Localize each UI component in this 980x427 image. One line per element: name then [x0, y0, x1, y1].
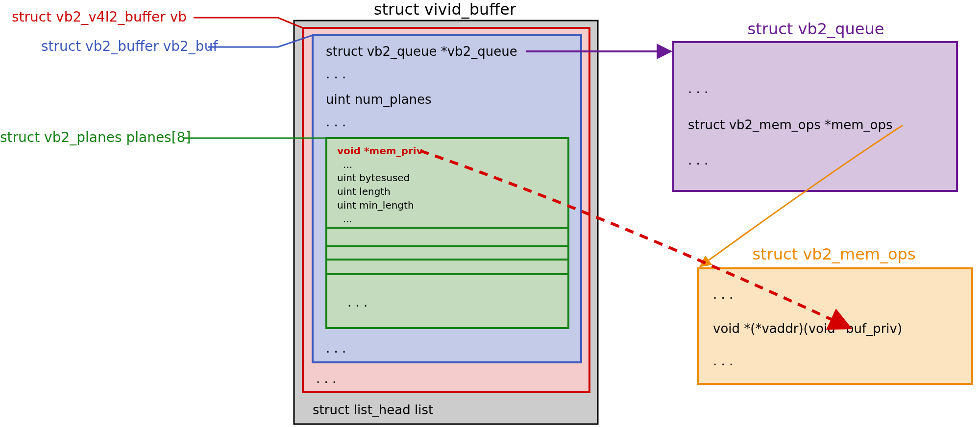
vb2buf-label: struct vb2_buffer vb2_buf — [41, 38, 218, 54]
vb2buf-dots3: . . . — [326, 341, 346, 356]
vb2queue-box — [673, 42, 957, 191]
diagram-canvas: struct vivid_buffer struct list_head lis… — [0, 0, 980, 427]
vb-label: struct vb2_v4l2_buffer vb — [12, 9, 187, 25]
planes-dots2: ... — [343, 213, 352, 225]
vb2queue-dots2: . . . — [688, 153, 708, 167]
vb2queue-dots1: . . . — [688, 81, 708, 96]
memops-title: struct vb2_mem_ops — [752, 245, 915, 263]
vb2buf-field-queue: struct vb2_queue *vb2_queue — [326, 44, 517, 59]
planes-length: uint length — [337, 186, 391, 197]
planes-more: . . . — [347, 295, 368, 309]
vb-dots: . . . — [316, 371, 336, 386]
vivid-buffer-title: struct vivid_buffer — [374, 0, 516, 19]
planes-label: struct vb2_planes planes[8] — [0, 129, 191, 145]
vb2buf-dots2: . . . — [326, 115, 346, 129]
memops-dots1: . . . — [713, 287, 733, 302]
memops-dots2: . . . — [713, 354, 733, 368]
memops-vaddr: void *(*vaddr)(void *buf_priv) — [713, 321, 902, 336]
vb2queue-title: struct vb2_queue — [748, 20, 884, 38]
planes-mempriv: void *mem_priv — [337, 145, 423, 157]
vb2buf-field-numplanes: uint num_planes — [326, 92, 432, 107]
vb2buf-dots1: . . . — [326, 67, 346, 81]
vb-leader — [194, 18, 303, 28]
planes-minlength: uint min_length — [337, 199, 414, 211]
planes-bytesused: uint bytesused — [337, 172, 410, 184]
vb2queue-memops-field: struct vb2_mem_ops *mem_ops — [688, 118, 893, 132]
planes-dots1: ... — [343, 159, 352, 170]
list-head-field: struct list_head list — [313, 403, 433, 417]
